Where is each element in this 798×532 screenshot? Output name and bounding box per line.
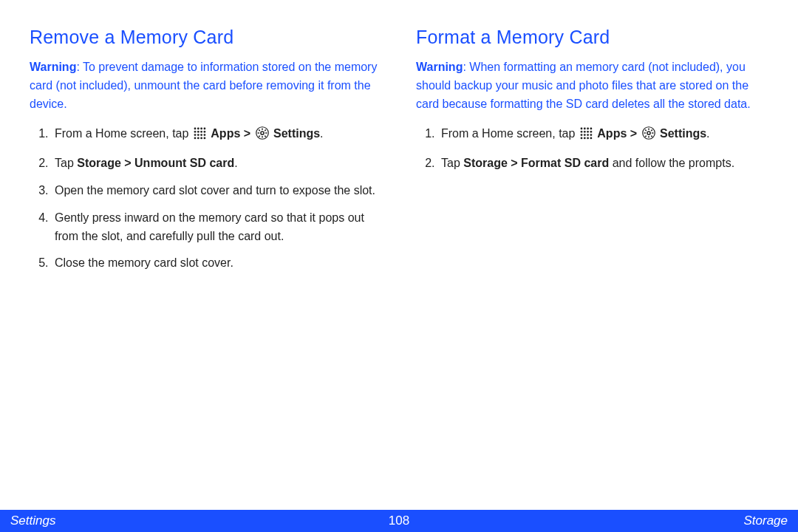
svg-rect-24 xyxy=(258,135,260,137)
svg-point-33 xyxy=(580,134,582,137)
svg-rect-23 xyxy=(264,129,266,132)
footer-section-right: Storage xyxy=(743,514,788,528)
svg-rect-19 xyxy=(257,133,259,134)
svg-point-9 xyxy=(197,134,200,137)
svg-rect-17 xyxy=(262,129,263,130)
svg-point-27 xyxy=(587,128,589,130)
step-3: Open the memory card slot cover and turn… xyxy=(52,182,382,200)
step-4: Gently press inward on the memory card s… xyxy=(52,209,382,246)
svg-point-25 xyxy=(580,128,582,130)
remove-card-heading: Remove a Memory Card xyxy=(30,27,382,48)
svg-point-30 xyxy=(584,131,586,133)
svg-point-32 xyxy=(590,131,592,133)
storage-path: Storage > Format SD card xyxy=(463,157,609,169)
step-1: From a Home screen, tap Apps > Settings. xyxy=(438,125,768,146)
svg-rect-22 xyxy=(264,135,266,137)
svg-rect-49 xyxy=(644,135,647,137)
svg-point-15 xyxy=(203,137,205,140)
remove-card-steps: From a Home screen, tap Apps > Settings.… xyxy=(30,125,382,273)
step-suffix: . xyxy=(320,127,323,140)
svg-rect-48 xyxy=(650,129,652,132)
step-text: Tap xyxy=(55,157,77,169)
step-suffix: and follow the prompts. xyxy=(609,157,734,169)
step-suffix: . xyxy=(706,127,709,140)
two-column-layout: Remove a Memory Card Warning: To prevent… xyxy=(30,27,768,282)
svg-rect-44 xyxy=(644,133,645,134)
svg-point-39 xyxy=(587,137,589,140)
settings-label: Settings xyxy=(660,127,706,140)
svg-rect-45 xyxy=(652,133,653,134)
svg-point-8 xyxy=(194,134,196,137)
svg-point-29 xyxy=(580,131,582,133)
format-card-steps: From a Home screen, tap Apps > Settings.… xyxy=(416,125,768,173)
step-2: Tap Storage > Format SD card and follow … xyxy=(438,154,768,173)
remove-card-warning: Warning: To prevent damage to informatio… xyxy=(30,58,382,113)
svg-point-40 xyxy=(590,137,592,140)
svg-point-1 xyxy=(197,128,200,130)
apps-label: Apps > xyxy=(211,127,253,140)
step-suffix: . xyxy=(234,157,237,169)
storage-path: Storage > Unmount SD card xyxy=(77,157,234,169)
svg-point-2 xyxy=(200,128,202,130)
apps-grid-icon xyxy=(194,127,206,146)
svg-point-36 xyxy=(590,134,592,137)
warning-label: Warning xyxy=(416,61,463,73)
manual-page: Remove a Memory Card Warning: To prevent… xyxy=(0,0,798,532)
step-2: Tap Storage > Unmount SD card. xyxy=(52,154,382,173)
svg-point-4 xyxy=(194,131,196,133)
step-text: From a Home screen, tap xyxy=(441,127,579,140)
svg-rect-43 xyxy=(648,137,649,138)
svg-point-14 xyxy=(200,137,202,140)
svg-point-6 xyxy=(200,131,202,133)
footer-section-left: Settings xyxy=(10,514,55,528)
apps-grid-icon xyxy=(580,127,593,146)
svg-point-12 xyxy=(194,137,196,140)
svg-point-13 xyxy=(197,137,200,140)
svg-point-38 xyxy=(584,137,586,140)
apps-label: Apps > xyxy=(597,127,640,140)
step-1: From a Home screen, tap Apps > Settings. xyxy=(52,125,382,146)
step-text: Tap xyxy=(441,157,463,169)
svg-point-26 xyxy=(584,128,586,130)
svg-point-5 xyxy=(197,131,200,133)
svg-point-35 xyxy=(587,134,589,137)
svg-point-10 xyxy=(200,134,202,137)
left-column: Remove a Memory Card Warning: To prevent… xyxy=(30,27,382,282)
warning-label: Warning xyxy=(30,61,76,73)
settings-label: Settings xyxy=(273,127,320,140)
warning-text: : To prevent damage to information store… xyxy=(30,61,377,110)
svg-rect-46 xyxy=(644,129,647,132)
format-card-warning: Warning: When formatting an memory card … xyxy=(416,58,768,113)
svg-rect-21 xyxy=(258,129,260,132)
format-card-heading: Format a Memory Card xyxy=(416,27,768,48)
right-column: Format a Memory Card Warning: When forma… xyxy=(416,27,768,282)
svg-point-34 xyxy=(584,134,586,137)
svg-point-7 xyxy=(203,131,205,133)
svg-point-28 xyxy=(590,128,592,130)
svg-point-3 xyxy=(203,128,205,130)
svg-rect-47 xyxy=(650,135,652,137)
page-footer: Settings 108 Storage xyxy=(0,510,798,532)
svg-rect-20 xyxy=(265,133,267,134)
step-5: Close the memory card slot cover. xyxy=(52,254,382,273)
svg-point-37 xyxy=(580,137,582,140)
svg-point-0 xyxy=(194,128,196,130)
svg-rect-42 xyxy=(648,129,649,130)
step-text: From a Home screen, tap xyxy=(55,127,192,140)
warning-text: : When formatting an memory card (not in… xyxy=(416,61,751,110)
svg-point-31 xyxy=(587,131,589,133)
svg-point-11 xyxy=(203,134,205,137)
settings-gear-icon xyxy=(256,126,269,146)
svg-rect-18 xyxy=(262,137,263,138)
page-number: 108 xyxy=(389,514,409,528)
settings-gear-icon xyxy=(642,126,655,146)
